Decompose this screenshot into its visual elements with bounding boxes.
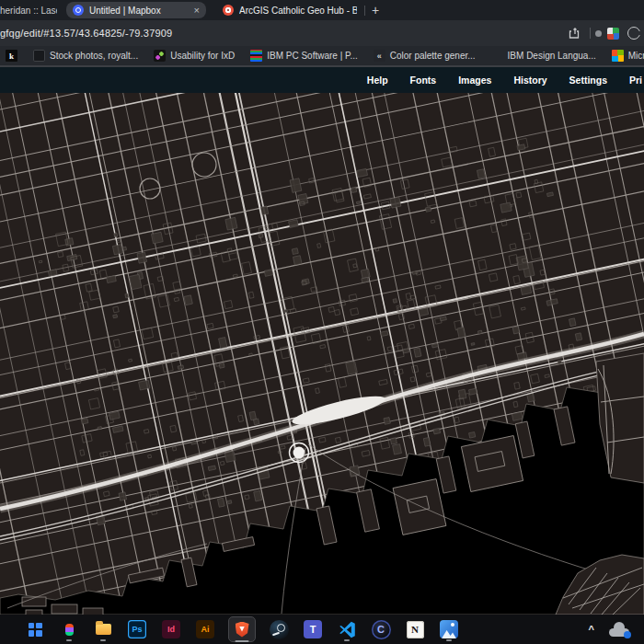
- extension-icon[interactable]: [627, 27, 640, 40]
- coolors-favicon: «: [374, 50, 385, 62]
- bookmark-label: Stock photos, royalt...: [50, 51, 138, 61]
- palette-extension-icon[interactable]: [607, 28, 619, 40]
- k-favicon: k: [6, 50, 17, 62]
- mapbox-favicon: [73, 5, 84, 16]
- figma-icon[interactable]: [58, 617, 80, 641]
- bookmark-label: Usability for IxD: [170, 51, 235, 61]
- bookmark-label: IBM PC Software | P...: [267, 51, 358, 61]
- cloud-badge: [624, 631, 631, 638]
- address-bar: gfqg/edit/#13.57/43.64825/-79.37909: [0, 20, 644, 46]
- brave-browser-icon[interactable]: [228, 616, 256, 642]
- map-svg: [0, 93, 644, 615]
- tab-title: ArcGIS Catholic Geo Hub - Brave Sea: [239, 6, 357, 16]
- tab-arcgis[interactable]: ArcGIS Catholic Geo Hub - Brave Sea: [217, 5, 362, 16]
- bookmark-label: IBM Design Langua...: [508, 51, 596, 61]
- steam-icon[interactable]: [268, 617, 290, 641]
- bookmark-color-palette[interactable]: «Color palette gener...: [374, 50, 476, 62]
- studio-nav: Help Fonts Images History Settings Pri: [0, 67, 644, 93]
- ibm-design-favicon: [491, 50, 503, 62]
- ibm-pc-favicon: [250, 50, 262, 62]
- nav-settings[interactable]: Settings: [569, 75, 607, 86]
- tab-active-mapbox[interactable]: Untitled | Mapbox ×: [66, 2, 206, 18]
- vscode-icon[interactable]: [336, 617, 358, 641]
- photos-icon[interactable]: [438, 617, 460, 641]
- indesign-icon[interactable]: Id: [160, 617, 182, 641]
- nav-history[interactable]: History: [513, 75, 546, 86]
- teams-icon[interactable]: T: [302, 617, 324, 641]
- tab-separator: [364, 6, 365, 16]
- share-icon[interactable]: [569, 27, 581, 40]
- nav-print[interactable]: Pri: [629, 75, 642, 86]
- bookmarks-bar: k Stock photos, royalt... Usability for …: [0, 46, 644, 67]
- browser-tab-strip: heridan :: Laser Fi Untitled | Mapbox × …: [0, 0, 644, 20]
- bookmark-stock-photos[interactable]: Stock photos, royalt...: [33, 50, 138, 62]
- tab-title: Untitled | Mapbox: [89, 6, 189, 16]
- microsoft-favicon: [612, 50, 624, 62]
- start-button[interactable]: [24, 617, 46, 641]
- bookmark-ibm-pc[interactable]: IBM PC Software | P...: [250, 50, 358, 62]
- nav-fonts[interactable]: Fonts: [410, 75, 437, 86]
- illustrator-icon[interactable]: Ai: [194, 617, 216, 641]
- tray-overflow-chevron[interactable]: ^: [589, 624, 594, 635]
- nav-help[interactable]: Help: [367, 75, 388, 86]
- address-separator: [590, 28, 591, 39]
- windows-taskbar: Ps Id Ai T C N ^: [0, 615, 644, 644]
- bookmark-label: Microsoft Windows...: [628, 51, 644, 61]
- file-explorer-icon[interactable]: [92, 617, 114, 641]
- bookmark-ibm-design[interactable]: IBM Design Langua...: [491, 50, 596, 62]
- tab-close-button[interactable]: ×: [194, 6, 200, 16]
- url-field[interactable]: gfqg/edit/#13.57/43.64825/-79.37909: [0, 28, 569, 39]
- desktop: heridan :: Laser Fi Untitled | Mapbox × …: [0, 0, 644, 644]
- photoshop-icon[interactable]: Ps: [126, 617, 148, 641]
- notion-icon[interactable]: N: [404, 617, 426, 641]
- cinema4d-icon[interactable]: C: [370, 617, 392, 641]
- map-canvas[interactable]: [0, 93, 644, 615]
- onedrive-cloud-icon[interactable]: [609, 623, 629, 637]
- arcgis-favicon: [223, 5, 234, 16]
- shield-badge: [595, 30, 602, 37]
- new-tab-button[interactable]: +: [372, 4, 379, 17]
- bookmark-microsoft-windows[interactable]: Microsoft Windows...: [612, 50, 644, 62]
- bookmark-label: Color palette gener...: [390, 51, 476, 61]
- ixd-favicon: [154, 50, 166, 62]
- tab-partial-sheridan[interactable]: heridan :: Laser Fi: [0, 6, 57, 16]
- nav-images[interactable]: Images: [458, 75, 491, 86]
- stock-favicon: [33, 50, 45, 62]
- bookmark-k[interactable]: k: [6, 50, 17, 62]
- bookmark-usability-ixd[interactable]: Usability for IxD: [154, 50, 235, 62]
